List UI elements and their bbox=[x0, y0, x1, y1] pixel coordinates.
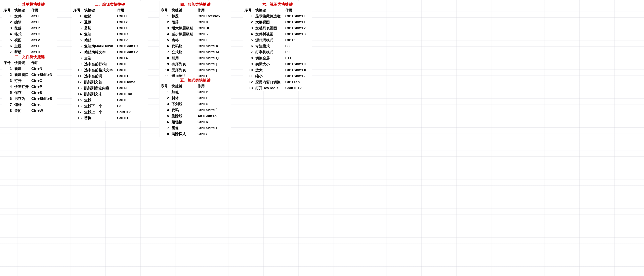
table-row: 13跳转到所选内容Ctrl+J bbox=[72, 85, 148, 91]
cell-key: 清除样式 bbox=[170, 131, 196, 137]
cell-key: 重做 bbox=[83, 19, 116, 25]
cell-effect: Shift+F3 bbox=[116, 109, 148, 115]
table-row: 1显示隐藏侧边栏Ctrl+Shift+L bbox=[243, 13, 312, 19]
table-title: 二、文件类快捷键 bbox=[2, 54, 57, 60]
column-header-effect: 作用 bbox=[284, 8, 312, 13]
cell-effect: Ctrl+S bbox=[30, 90, 57, 96]
table-row: 14跳转到文末Ctrl+End bbox=[72, 91, 148, 97]
table-row: 8引用Ctrl+Shift+Q bbox=[160, 55, 231, 61]
cell-effect: Ctrl+L bbox=[116, 61, 148, 67]
cell-effect: alt+V bbox=[30, 37, 57, 43]
table-row: 7公式块Ctrl+Shift+M bbox=[160, 49, 231, 55]
table-title: 三、编辑类快捷键 bbox=[72, 2, 148, 8]
cell-no: 2 bbox=[72, 19, 83, 25]
cell-no: 7 bbox=[2, 102, 13, 108]
cell-no: 6 bbox=[160, 119, 170, 125]
cell-no: 2 bbox=[2, 19, 13, 25]
cell-no: 9 bbox=[243, 61, 254, 67]
cell-effect: Ctrl+C bbox=[116, 31, 148, 37]
cell-key: 斜体 bbox=[170, 95, 196, 101]
table-row: 8全选Ctrl+A bbox=[72, 55, 148, 61]
table-row: 13打开DevToolsShift+F12 bbox=[243, 85, 312, 91]
cell-effect: Ctrl+H bbox=[116, 115, 148, 121]
cell-no: 5 bbox=[160, 113, 170, 119]
cell-effect: Ctrl+Shift+- bbox=[284, 73, 312, 79]
cell-key: 引用 bbox=[170, 55, 196, 61]
cell-no: 16 bbox=[72, 103, 83, 109]
cell-no: 3 bbox=[160, 25, 170, 31]
cell-key: 放大 bbox=[254, 67, 284, 73]
cell-no: 10 bbox=[243, 67, 254, 73]
column-header-effect: 作用 bbox=[196, 8, 231, 13]
table-row: 5源代码模式Ctrl+/ bbox=[243, 37, 312, 43]
cell-effect: Ctrl+D bbox=[116, 73, 148, 79]
cell-key: 切换全屏 bbox=[254, 55, 284, 61]
cell-effect: alt+E bbox=[30, 19, 57, 25]
cell-no: 6 bbox=[2, 96, 13, 102]
table-row: 10无序列表Ctrl+Shift+] bbox=[160, 67, 231, 73]
cell-key: 缩小 bbox=[254, 73, 284, 79]
cell-key: 有序列表 bbox=[170, 61, 196, 67]
cell-no: 4 bbox=[160, 107, 170, 113]
column-header-effect: 作用 bbox=[30, 8, 57, 13]
cell-key: 打开 bbox=[13, 78, 30, 84]
table-title: 四、段落类快捷键 bbox=[160, 2, 231, 8]
cell-no: 10 bbox=[72, 67, 83, 73]
cell-no: 18 bbox=[72, 115, 83, 121]
cell-key: 剪切 bbox=[83, 25, 116, 31]
table-row: 2大纲视图Ctrl+Shift+1 bbox=[243, 19, 312, 25]
cell-no: 1 bbox=[72, 13, 83, 19]
cell-key: 文件 bbox=[13, 13, 30, 19]
cell-no: 6 bbox=[72, 43, 83, 49]
table-row: 15查找Ctrl+F bbox=[72, 97, 148, 103]
cell-effect: Ctrl+Shift+Q bbox=[196, 55, 231, 61]
cell-effect: Ctrl+X bbox=[116, 25, 148, 31]
cell-no: 10 bbox=[160, 67, 170, 73]
table-row: 6代码块Ctrl+Shift+K bbox=[160, 43, 231, 49]
cell-no: 3 bbox=[72, 25, 83, 31]
cell-no: 12 bbox=[243, 79, 254, 85]
table-row: 9实际大小Ctrl+Shift+0 bbox=[243, 61, 312, 67]
table-paragraph-shortcuts: 四、段落类快捷键序号快捷键作用1标题Ctrl+1/2/3/4/52段落Ctrl+… bbox=[159, 1, 231, 85]
cell-key: 编辑 bbox=[13, 19, 30, 25]
cell-key: 实际大小 bbox=[254, 61, 284, 67]
table-title: 五、格式类快捷键 bbox=[160, 77, 231, 83]
cell-key: 专注模式 bbox=[254, 43, 284, 49]
table-row: 2编辑alt+E bbox=[2, 19, 57, 25]
spreadsheet-area: 一、菜单栏快捷键序号快捷键作用1文件alt+F2编辑alt+E3段落alt+P4… bbox=[0, 0, 644, 276]
cell-key: 段落 bbox=[170, 19, 196, 25]
cell-key: 替换 bbox=[83, 115, 116, 121]
table-row: 3下划线Ctrl+U bbox=[160, 101, 231, 107]
table-row: 10选中当前格式文本Ctrl+E bbox=[72, 67, 148, 73]
cell-key: 全选 bbox=[83, 55, 116, 61]
column-header-no: 序号 bbox=[160, 83, 170, 89]
table-row: 3剪切Ctrl+X bbox=[72, 25, 148, 31]
cell-effect: Ctrl+ = bbox=[196, 25, 231, 31]
cell-no: 11 bbox=[243, 73, 254, 79]
cell-no: 5 bbox=[160, 37, 170, 43]
cell-effect: Ctrl+U bbox=[196, 101, 231, 107]
cell-no: 1 bbox=[243, 13, 254, 19]
table-row: 17查找上一个Shift+F3 bbox=[72, 109, 148, 115]
cell-no: 5 bbox=[72, 37, 83, 43]
cell-key: 源代码模式 bbox=[254, 37, 284, 43]
table-row: 12应用内窗口切换Ctrl+Tab bbox=[243, 79, 312, 85]
cell-effect: F11 bbox=[284, 55, 312, 61]
cell-no: 7 bbox=[243, 49, 254, 55]
table-row: 8切换全屏F11 bbox=[243, 55, 312, 61]
cell-key: 快速打开 bbox=[13, 84, 30, 90]
cell-key: 查找上一个 bbox=[83, 109, 116, 115]
table-row: 5保存Ctrl+S bbox=[2, 90, 57, 96]
table-row: 3增大标题级别Ctrl+ = bbox=[160, 25, 231, 31]
cell-no: 4 bbox=[243, 31, 254, 37]
cell-key: 格式 bbox=[13, 31, 30, 37]
cell-no: 3 bbox=[243, 25, 254, 31]
cell-key: 撤销 bbox=[83, 13, 116, 19]
table-row: 3打开Ctrl+O bbox=[2, 78, 57, 84]
cell-effect: alt+O bbox=[30, 31, 57, 37]
cell-effect: Ctrl+Shift+C bbox=[116, 43, 148, 49]
table-row: 6复制为MarkDownCtrl+Shift+C bbox=[72, 43, 148, 49]
table-title: 六、视图类快捷键 bbox=[243, 2, 312, 8]
table-row: 4减少标题级别Ctrl+ - bbox=[160, 31, 231, 37]
cell-no: 7 bbox=[160, 125, 170, 131]
